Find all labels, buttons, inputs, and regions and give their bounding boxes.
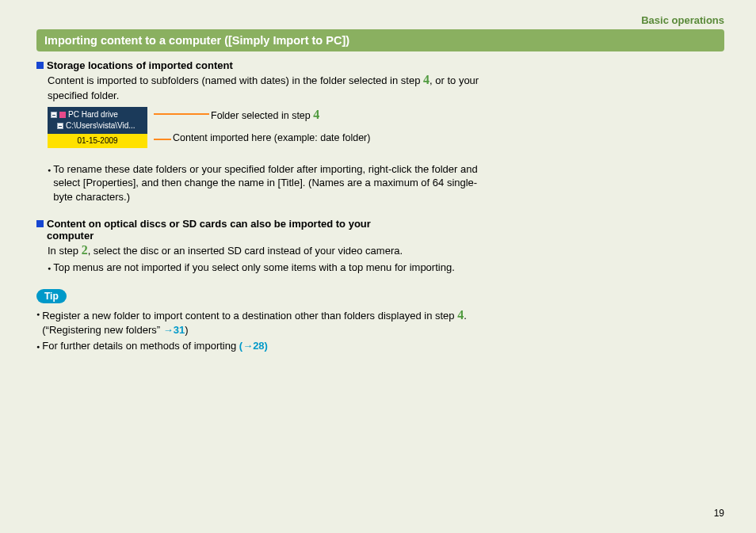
tree-collapse-icon [51, 112, 57, 118]
section2-heading-text: Content on optical discs or SD cards can… [47, 218, 380, 242]
callout-line-icon [154, 113, 209, 115]
note-rename-text: To rename these date folders or your spe… [53, 162, 480, 204]
note-top-menus: Top menus are not imported if you select… [48, 261, 480, 275]
section1-heading: Storage locations of imported content [36, 59, 480, 71]
callout1-text-a: Folder selected in step [211, 110, 313, 121]
tip2-text-a: For further details on methods of import… [42, 340, 239, 352]
folder-tree-shot: PC Hard drive C:\Users\vista\Vid... 01-1… [48, 107, 147, 148]
section2-heading: Content on optical discs or SD cards can… [36, 218, 480, 242]
callout-selected-folder: Folder selected in step 4 [154, 107, 370, 123]
tip-badge: Tip [36, 289, 67, 303]
callout-imported-here: Content imported here (example: date fol… [154, 132, 370, 145]
section-header: Basic operations [36, 14, 724, 26]
note-top-menus-text: Top menus are not imported if you select… [53, 261, 455, 275]
bullet-square-icon [36, 220, 44, 227]
shot-date-folder: 01-15-2009 [48, 134, 147, 148]
tip-bullet-1: Register a new folder to import content … [36, 306, 480, 337]
link-registering-folders[interactable]: →31 [163, 324, 185, 336]
page-title-bar: Importing content to a computer ([Simply… [36, 29, 724, 51]
tip1-text-c: ) [185, 324, 188, 336]
folder-tree-illustration: PC Hard drive C:\Users\vista\Vid... 01-1… [48, 107, 480, 154]
step-number-4: 4 [313, 108, 319, 121]
callout-line-icon [154, 139, 171, 140]
section2-paragraph: In step 2, select the disc or an inserte… [48, 242, 480, 259]
step-number-4: 4 [423, 73, 430, 86]
shot-row1-text: PC Hard drive [68, 110, 118, 120]
tip1-text-a: Register a new folder to import content … [42, 310, 457, 322]
section2-para-b: , select the disc or an inserted SD card… [88, 245, 403, 257]
tip-bullet-2: For further details on methods of import… [36, 339, 480, 353]
step-number-2: 2 [82, 243, 88, 257]
link-importing-methods[interactable]: (→28) [239, 340, 268, 352]
page-number: 19 [714, 508, 724, 519]
shot-row2-text: C:\Users\vista\Vid... [66, 121, 136, 131]
section1-paragraph: Content is imported to subfolders (named… [48, 71, 480, 102]
section1-para-a: Content is imported to subfolders (named… [48, 74, 423, 86]
section1-heading-text: Storage locations of imported content [47, 59, 233, 71]
callout2-text: Content imported here (example: date fol… [173, 132, 370, 145]
section2-para-a: In step [48, 245, 82, 257]
bullet-square-icon [36, 62, 44, 69]
note-rename-folders: To rename these date folders or your spe… [48, 162, 480, 204]
drive-icon [59, 112, 66, 118]
tree-collapse-icon [57, 123, 63, 129]
step-number-4: 4 [457, 308, 464, 322]
